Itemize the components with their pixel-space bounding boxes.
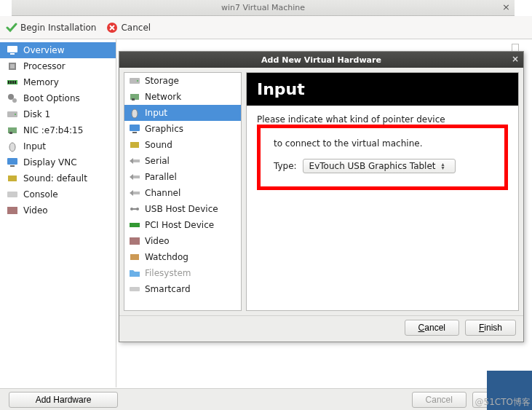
cpu-icon [6, 60, 19, 72]
window-close-button[interactable]: × [502, 1, 510, 12]
hw-row-watchdog[interactable]: Watchdog [124, 249, 241, 265]
main-cancel-button: Cancel [412, 392, 467, 408]
device-row-boot-options[interactable]: Boot Options [0, 90, 116, 106]
device-row-label: Boot Options [23, 93, 80, 103]
hw-row-label: USB Host Device [145, 204, 218, 214]
monitor-icon [6, 157, 19, 168]
hw-row-network[interactable]: Network [124, 89, 241, 105]
gears-icon [6, 92, 19, 104]
hw-row-label: Parallel [145, 172, 177, 182]
hw-row-graphics[interactable]: Graphics [124, 121, 241, 137]
device-row-label: Overview [23, 45, 65, 55]
device-row-disk-1[interactable]: Disk 1 [0, 106, 116, 122]
hw-row-channel[interactable]: Channel [124, 185, 241, 201]
svg-point-10 [8, 94, 14, 100]
hw-row-label: Network [145, 92, 181, 102]
svg-rect-29 [130, 142, 139, 148]
monitor-icon [129, 123, 140, 135]
dialog-cancel-button[interactable]: Cancel [405, 320, 459, 336]
dialog-title: Add New Virtual Hardware [261, 55, 381, 65]
hw-row-label: Sound [145, 140, 172, 150]
video-icon [6, 205, 19, 216]
sound-icon [129, 139, 140, 151]
sound-icon [6, 173, 19, 184]
hw-row-label: PCI Host Device [145, 220, 214, 230]
svg-rect-37 [130, 254, 139, 260]
svg-rect-32 [133, 192, 140, 194]
svg-rect-35 [130, 223, 140, 227]
hardware-description-line1: Please indicate what kind of pointer dev… [257, 114, 508, 125]
hw-row-label: Smartcard [145, 284, 191, 294]
device-row-label: Display VNC [23, 157, 77, 167]
window-title: win7 Virtual Machine [221, 3, 305, 12]
svg-rect-36 [130, 237, 140, 245]
svg-rect-28 [132, 132, 137, 133]
dialog-close-button[interactable]: × [512, 54, 519, 64]
spin-icon: ▴▾ [442, 162, 445, 170]
toolbar: Begin Installation Cancel [0, 16, 532, 39]
device-row-sound-default[interactable]: Sound: default [0, 170, 116, 186]
hw-row-label: Storage [145, 76, 179, 86]
svg-rect-19 [8, 176, 17, 181]
device-row-label: Memory [23, 77, 59, 87]
device-row-label: Input [23, 141, 46, 151]
folder-icon [129, 267, 140, 279]
window-titlebar: win7 Virtual Machine × [12, 0, 515, 16]
mouse-icon [6, 141, 19, 152]
device-row-label: Console [23, 189, 58, 200]
device-row-label: NIC :e7:b4:15 [23, 125, 83, 135]
hw-row-serial[interactable]: Serial [124, 153, 241, 169]
device-row-console[interactable]: Console [0, 186, 116, 202]
type-select[interactable]: EvTouch USB Graphics Tablet ▴▾ [303, 159, 456, 173]
type-select-value: EvTouch USB Graphics Tablet [309, 161, 436, 171]
svg-rect-4 [10, 64, 15, 68]
hw-row-pci-host-device[interactable]: PCI Host Device [124, 217, 241, 233]
ram-icon [6, 76, 19, 88]
video-icon [129, 235, 140, 247]
svg-rect-20 [7, 192, 17, 197]
device-row-processor[interactable]: Processor [0, 58, 116, 74]
hardware-type-list: Storage Network Input Graphics Sound Ser… [124, 72, 242, 311]
svg-rect-21 [7, 207, 17, 214]
hw-row-video[interactable]: Video [124, 233, 241, 249]
device-row-label: Processor [23, 61, 65, 71]
watermark-corner: @51CTO博客 [475, 396, 531, 409]
svg-rect-7 [10, 81, 12, 84]
dialog-finish-button[interactable]: Finish [465, 320, 516, 336]
port-icon [129, 187, 140, 199]
hw-row-label: Input [145, 108, 167, 118]
hw-row-label: Filesystem [145, 268, 191, 278]
nic-icon [6, 125, 19, 136]
cancel-button[interactable]: Cancel [106, 22, 151, 33]
svg-rect-1 [7, 46, 17, 52]
device-row-memory[interactable]: Memory [0, 74, 116, 90]
begin-installation-button[interactable]: Begin Installation [6, 22, 96, 33]
device-list: Overview Processor Memory Boot Options D… [0, 39, 116, 387]
svg-rect-9 [15, 81, 16, 84]
svg-point-16 [9, 143, 15, 151]
hw-row-label: Serial [145, 156, 170, 166]
hw-row-input[interactable]: Input [124, 105, 241, 121]
hw-row-parallel[interactable]: Parallel [124, 169, 241, 185]
cancel-icon [106, 22, 118, 33]
device-row-nic-e7-b4-15[interactable]: NIC :e7:b4:15 [0, 122, 116, 138]
svg-point-23 [137, 80, 138, 82]
svg-rect-38 [130, 287, 140, 291]
device-row-display-vnc[interactable]: Display VNC [0, 154, 116, 170]
begin-installation-label: Begin Installation [20, 23, 96, 33]
nic-icon [129, 91, 140, 103]
hw-row-smartcard[interactable]: Smartcard [124, 281, 241, 297]
console-icon [6, 189, 19, 200]
add-hardware-button[interactable]: Add Hardware [9, 392, 118, 408]
svg-rect-25 [132, 98, 135, 100]
device-row-input[interactable]: Input [0, 138, 116, 154]
hw-row-sound[interactable]: Sound [124, 137, 241, 153]
hw-row-usb-host-device[interactable]: USB Host Device [124, 201, 241, 217]
dialog-button-row: Cancel Finish [119, 315, 523, 339]
bottom-panel: Add Hardware Cancel Apply [0, 388, 532, 410]
device-row-overview[interactable]: Overview [0, 42, 116, 58]
hardware-pane-heading: Input [247, 73, 518, 106]
hw-row-label: Watchdog [145, 252, 188, 262]
hw-row-storage[interactable]: Storage [124, 73, 241, 89]
device-row-video[interactable]: Video [0, 202, 116, 218]
